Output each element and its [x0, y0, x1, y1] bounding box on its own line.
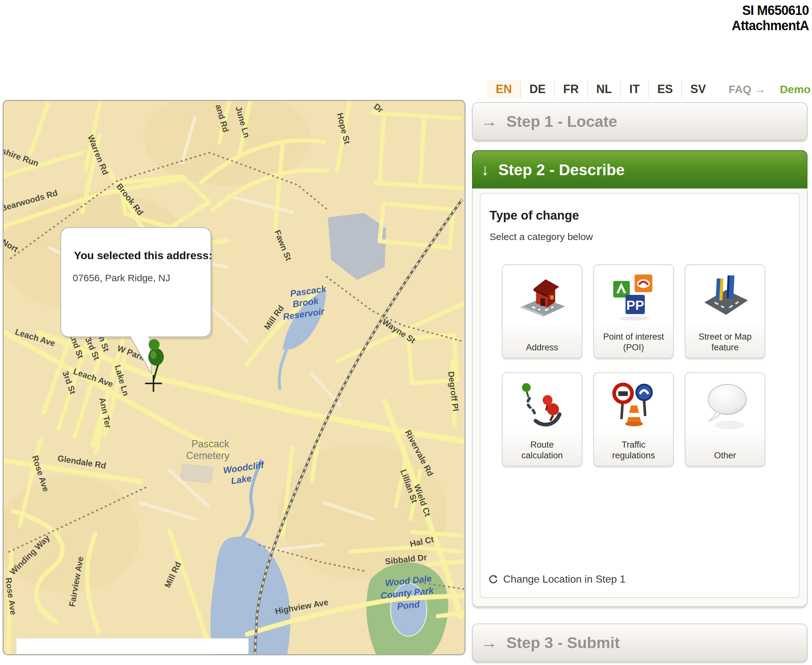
attachment-note: SI M650610 AttachmentA — [732, 3, 809, 33]
poi-cubes-icon: PP — [607, 270, 660, 324]
type-of-change-title: Type of change — [489, 209, 579, 223]
category-tile-poi[interactable]: PP Point of interest (POI) — [593, 264, 674, 359]
down-arrow-icon: ↓ — [481, 160, 489, 179]
step3-label: Step 3 - Submit — [506, 634, 620, 652]
map-label: Cemetery — [186, 450, 229, 461]
right-arrow-icon: → — [481, 633, 497, 652]
map-label: Fawn St — [273, 229, 293, 262]
step2-describe-header[interactable]: ↓ Step 2 - Describe — [472, 150, 807, 188]
category-tile-route-calculation[interactable]: Route calculation — [502, 372, 582, 467]
category-label: Point of interest (POI) — [602, 331, 665, 354]
faq-link-label: FAQ — [729, 83, 751, 96]
right-arrow-icon: → — [481, 112, 497, 131]
callout-title: You selected this address: — [74, 249, 212, 262]
step1-label: Step 1 - Locate — [506, 113, 617, 130]
traffic-signs-icon — [607, 378, 660, 433]
category-label: Address — [511, 342, 574, 353]
lang-tab-it[interactable]: IT — [621, 80, 649, 98]
category-label: Other — [694, 450, 757, 461]
category-tile-street-map-feature[interactable]: Street or Map feature — [685, 264, 765, 359]
map-label: Mill Rd — [262, 304, 286, 331]
lang-tab-sv[interactable]: SV — [682, 80, 714, 98]
step3-submit-bar[interactable]: → Step 3 - Submit — [472, 624, 807, 662]
map-label: Lake — [230, 473, 252, 486]
map-white-patch — [16, 639, 249, 654]
lang-tab-de[interactable]: DE — [521, 80, 555, 98]
attachment-line1: SI M650610 — [732, 3, 809, 18]
lang-tab-nl[interactable]: NL — [588, 80, 621, 98]
map-label: Rose Ave — [4, 577, 18, 616]
category-label: Route calculation — [511, 439, 574, 462]
step1-locate-bar[interactable]: → Step 1 - Locate — [472, 102, 807, 141]
street-signs-icon — [697, 270, 753, 322]
route-pins-icon — [515, 378, 569, 433]
poi-cube-letters: PP — [626, 298, 644, 313]
map-label: Woodcliff — [223, 460, 265, 475]
faq-arrow-icon: → — [755, 83, 766, 96]
type-of-change-subtitle: Select a category below — [489, 231, 593, 242]
faq-link[interactable]: FAQ → — [729, 83, 766, 96]
map-label: Mill Rd — [163, 560, 183, 589]
change-location-icon — [488, 574, 499, 585]
map-label: Leach Ave — [72, 367, 114, 389]
change-location-link[interactable]: Change Location in Step 1 — [488, 573, 625, 585]
step2-label: Step 2 - Describe — [498, 161, 624, 179]
cemetery-area — [179, 464, 214, 484]
category-tile-traffic-regulations[interactable]: Traffic regulations — [593, 372, 674, 467]
category-label: Traffic regulations — [602, 439, 665, 462]
language-bar: EN DE FR NL IT ES SV FAQ → Demo → — [487, 80, 812, 98]
map-water — [210, 213, 386, 654]
lang-tab-en[interactable]: EN — [487, 80, 521, 98]
lang-tab-es[interactable]: ES — [649, 80, 682, 98]
lang-tab-fr[interactable]: FR — [555, 80, 588, 98]
step2-panel: Type of change Select a category below A… — [472, 188, 807, 607]
category-label: Street or Map feature — [694, 331, 757, 354]
map-label: shire Run — [3, 146, 40, 168]
map[interactable]: shire RunBearwoods RdNortWarren RdBrook … — [3, 101, 465, 654]
speech-bubble-icon — [695, 378, 755, 434]
demo-link[interactable]: Demo → — [780, 83, 812, 96]
category-tile-other[interactable]: Other — [685, 372, 765, 467]
map-label: Pascack — [192, 438, 229, 450]
map-label: Leach Ave — [14, 327, 56, 348]
house-road-icon — [512, 270, 572, 321]
map-label: Hope St — [336, 112, 352, 145]
attachment-line2: AttachmentA — [732, 18, 809, 33]
demo-link-label: Demo — [780, 83, 810, 96]
category-tile-address[interactable]: Address — [502, 264, 582, 359]
callout-address: 07656, Park Ridge, NJ — [73, 272, 170, 283]
change-location-label: Change Location in Step 1 — [503, 573, 625, 585]
map-panel[interactable]: shire RunBearwoods RdNortWarren RdBrook … — [3, 100, 465, 655]
